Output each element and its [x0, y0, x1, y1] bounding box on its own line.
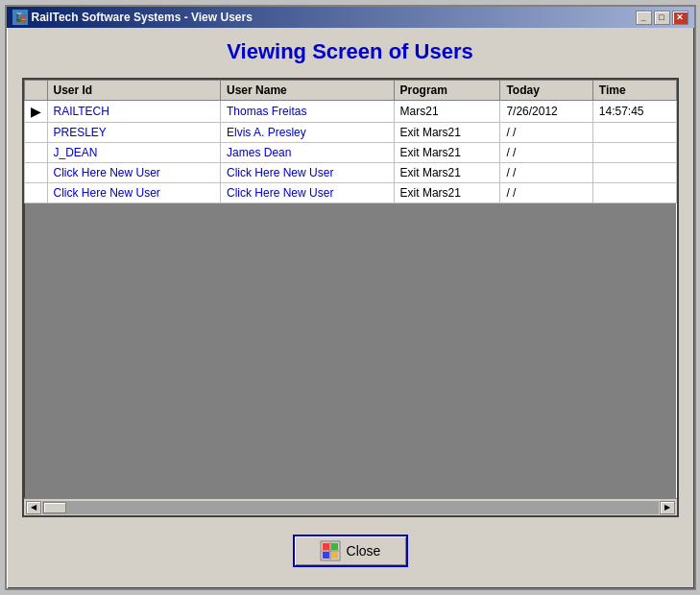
cell-today: / /: [500, 183, 592, 203]
col-user-id: User Id: [47, 81, 221, 101]
row-indicator: ▶: [24, 101, 47, 123]
scroll-thumb[interactable]: [43, 502, 66, 513]
col-user-name: User Name: [221, 81, 395, 101]
col-program: Program: [394, 81, 500, 101]
scroll-track[interactable]: [42, 501, 659, 514]
cell-user_id: Click Here New User: [47, 163, 221, 183]
horizontal-scrollbar[interactable]: ◀ ▶: [24, 498, 677, 515]
col-indicator: [24, 81, 47, 101]
cell-user_id: J_DEAN: [47, 143, 221, 163]
cell-program: Exit Mars21: [394, 143, 500, 163]
cell-time: [592, 183, 676, 203]
table-row[interactable]: Click Here New UserClick Here New UserEx…: [24, 163, 676, 183]
title-bar-buttons: _ □ ✕: [636, 11, 688, 25]
cell-user_id: RAILTECH: [47, 101, 221, 123]
table-row[interactable]: Click Here New UserClick Here New UserEx…: [24, 183, 676, 203]
scroll-right-button[interactable]: ▶: [660, 501, 675, 514]
cell-user_id: PRESLEY: [47, 123, 221, 143]
close-button[interactable]: Close: [293, 535, 408, 567]
svg-rect-3: [331, 543, 338, 550]
svg-rect-2: [323, 552, 329, 559]
cell-user_name: Click Here New User: [221, 163, 395, 183]
cell-user_id: Click Here New User: [47, 183, 221, 203]
users-table: User Id User Name Program Today Time ▶RA…: [24, 80, 677, 203]
main-window: 🚂 RailTech Software Systems - View Users…: [5, 5, 696, 590]
row-indicator: [24, 143, 47, 163]
window-close-button[interactable]: ✕: [672, 11, 688, 25]
table-header-row: User Id User Name Program Today Time: [24, 81, 676, 101]
cell-time: 14:57:45: [592, 101, 676, 123]
cell-program: Exit Mars21: [394, 183, 500, 203]
cell-today: / /: [500, 123, 592, 143]
window-title: RailTech Software Systems - View Users: [32, 11, 253, 24]
cell-program: Exit Mars21: [394, 123, 500, 143]
table-scroll-area[interactable]: User Id User Name Program Today Time ▶RA…: [24, 80, 677, 498]
cell-today: / /: [500, 163, 592, 183]
scroll-left-button[interactable]: ◀: [26, 501, 41, 514]
table-row[interactable]: J_DEANJames DeanExit Mars21/ /: [24, 143, 676, 163]
users-table-container: User Id User Name Program Today Time ▶RA…: [22, 78, 679, 517]
cell-time: [592, 163, 676, 183]
bottom-area: Close: [293, 527, 408, 577]
maximize-button[interactable]: □: [654, 11, 670, 25]
app-icon: 🚂: [12, 10, 28, 25]
title-bar-left: 🚂 RailTech Software Systems - View Users: [12, 10, 253, 25]
cell-program: Mars21: [394, 101, 500, 123]
table-row[interactable]: ▶RAILTECHThomas FreitasMars217/26/201214…: [24, 101, 676, 123]
col-today: Today: [500, 81, 592, 101]
cell-user_name: Elvis A. Presley: [221, 123, 395, 143]
minimize-button[interactable]: _: [636, 11, 652, 25]
svg-rect-4: [331, 552, 338, 559]
cell-today: / /: [500, 143, 592, 163]
cell-user_name: Click Here New User: [221, 183, 395, 203]
close-button-label: Close: [347, 543, 381, 559]
close-icon: [320, 540, 341, 561]
window-content: Viewing Screen of Users User Id User Nam…: [7, 28, 694, 588]
cell-time: [592, 123, 676, 143]
cell-user_name: Thomas Freitas: [221, 101, 395, 123]
col-time: Time: [592, 81, 676, 101]
row-indicator: [24, 163, 47, 183]
row-indicator: [24, 123, 47, 143]
row-indicator: [24, 183, 47, 203]
svg-rect-1: [323, 543, 329, 550]
cell-program: Exit Mars21: [394, 163, 500, 183]
table-row[interactable]: PRESLEYElvis A. PresleyExit Mars21/ /: [24, 123, 676, 143]
page-title: Viewing Screen of Users: [227, 39, 472, 64]
cell-user_name: James Dean: [221, 143, 395, 163]
cell-time: [592, 143, 676, 163]
cell-today: 7/26/2012: [500, 101, 592, 123]
title-bar: 🚂 RailTech Software Systems - View Users…: [7, 7, 694, 28]
